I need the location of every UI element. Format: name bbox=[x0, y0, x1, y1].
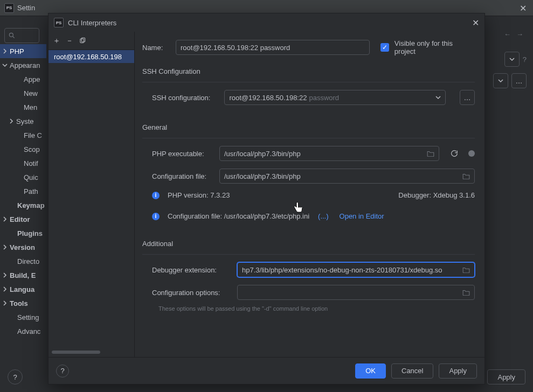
scrollbar-thumb[interactable] bbox=[52, 351, 100, 354]
dialog-footer: ? OK Cancel Apply bbox=[49, 357, 484, 384]
info-icon: i bbox=[152, 192, 160, 199]
chevron-right-icon bbox=[9, 118, 14, 124]
ssh-config-hint: password bbox=[309, 94, 339, 102]
chevron-right-icon bbox=[2, 48, 8, 54]
settings-tree-item[interactable]: Plugins bbox=[0, 226, 46, 240]
section-divider bbox=[142, 138, 475, 138]
remove-icon[interactable]: － bbox=[66, 36, 73, 46]
conf-file-value: /usr/local/php7.3/bin/php bbox=[224, 172, 301, 180]
settings-tree-item[interactable]: New bbox=[0, 86, 46, 100]
php-exec-label: PHP executable: bbox=[152, 150, 214, 158]
conf-opts-label: Configuration options: bbox=[152, 289, 232, 297]
chevron-right-icon bbox=[2, 286, 8, 292]
bg-help-button[interactable]: ? bbox=[8, 369, 23, 384]
tree-item-label: Appe bbox=[24, 75, 40, 83]
conf-file-info-text: Configuration file: /usr/local/php7.3/et… bbox=[168, 212, 309, 220]
tree-item-label: Langua bbox=[10, 285, 34, 293]
settings-tree-item[interactable]: Syste bbox=[0, 114, 46, 128]
ssh-config-label: SSH configuration: bbox=[152, 94, 210, 102]
apply-button[interactable]: Apply bbox=[439, 363, 477, 379]
folder-icon[interactable] bbox=[462, 267, 470, 273]
visible-project-checkbox[interactable]: ✓ bbox=[380, 43, 389, 52]
settings-tree-item[interactable]: Editor bbox=[0, 212, 46, 226]
combo-chevron-button[interactable] bbox=[493, 73, 508, 88]
tree-item-label: Setting bbox=[17, 313, 39, 321]
settings-tree-item[interactable]: Directo bbox=[0, 254, 46, 268]
browse-button[interactable]: … bbox=[511, 73, 527, 88]
open-in-editor-link[interactable]: Open in Editor bbox=[340, 212, 384, 220]
name-input[interactable]: root@192.168.50.198:22 password bbox=[176, 40, 370, 55]
conf-opts-input[interactable] bbox=[237, 285, 475, 300]
folder-icon[interactable] bbox=[427, 150, 434, 157]
settings-tree[interactable]: PHPAppearanAppeNewMenSysteFile CScopNoti… bbox=[0, 44, 46, 338]
interpreter-list-toolbar: ＋ － bbox=[49, 32, 134, 50]
folder-icon[interactable] bbox=[462, 289, 470, 296]
settings-tree-item[interactable]: Men bbox=[0, 100, 46, 114]
settings-tree-item[interactable]: Advanc bbox=[0, 324, 46, 338]
copy-icon[interactable] bbox=[79, 37, 86, 45]
ellipsis-link[interactable]: (...) bbox=[318, 212, 329, 220]
php-exec-input[interactable]: /usr/local/php7.3/bin/php bbox=[219, 146, 439, 161]
bg-apply-button[interactable]: Apply bbox=[487, 369, 525, 384]
ssh-config-browse-button[interactable]: … bbox=[460, 90, 475, 105]
nav-forward-icon[interactable]: → bbox=[516, 30, 523, 38]
settings-tree-item[interactable]: Notif bbox=[0, 156, 46, 170]
settings-tree-item[interactable]: Quic bbox=[0, 170, 46, 184]
nav-back-icon[interactable]: ← bbox=[504, 30, 511, 38]
tree-item-label: New bbox=[24, 89, 38, 97]
help-button[interactable]: ? bbox=[56, 365, 69, 377]
horizontal-scrollbar[interactable] bbox=[52, 351, 119, 354]
folder-icon[interactable] bbox=[462, 173, 470, 179]
bg-search-input[interactable] bbox=[4, 28, 39, 43]
cancel-button[interactable]: Cancel bbox=[391, 363, 433, 379]
tree-item-label: Advanc bbox=[17, 327, 40, 335]
settings-tree-item[interactable]: Langua bbox=[0, 282, 46, 296]
tree-item-label: Notif bbox=[24, 159, 38, 167]
conf-file-input[interactable]: /usr/local/php7.3/bin/php bbox=[219, 169, 475, 184]
general-section-title: General bbox=[142, 123, 475, 131]
ok-button[interactable]: OK bbox=[355, 363, 386, 379]
php-exec-value: /usr/local/php7.3/bin/php bbox=[224, 150, 301, 158]
chevron-right-icon bbox=[2, 300, 8, 306]
ssh-section-title: SSH Configuration bbox=[142, 67, 475, 75]
settings-tree-item[interactable]: Scop bbox=[0, 142, 46, 156]
bg-close-icon[interactable]: ✕ bbox=[520, 3, 527, 13]
settings-tree-item[interactable]: Setting bbox=[0, 310, 46, 324]
reload-icon[interactable] bbox=[450, 149, 459, 158]
dbg-ext-input[interactable]: hp7.3/lib/php/extensions/no-debug-non-zt… bbox=[237, 262, 475, 277]
name-value: root@192.168.50.198:22 password bbox=[181, 44, 290, 52]
svg-point-0 bbox=[9, 33, 13, 37]
tree-item-label: Version bbox=[10, 243, 35, 251]
list-item[interactable]: root@192.168.50.198 bbox=[49, 50, 134, 63]
settings-tree-item[interactable]: Build, E bbox=[0, 268, 46, 282]
bg-search-row bbox=[4, 28, 39, 43]
php-version-row: i PHP version: 7.3.23 Debugger: Xdebug 3… bbox=[142, 191, 475, 199]
settings-tree-item[interactable]: Appe bbox=[0, 72, 46, 86]
tree-item-label: Men bbox=[24, 103, 37, 111]
dialog-close-icon[interactable]: ✕ bbox=[472, 18, 479, 28]
chevron-down-icon bbox=[2, 62, 8, 68]
settings-tree-item[interactable]: Appearan bbox=[0, 58, 46, 72]
tree-item-label: Directo bbox=[17, 257, 39, 265]
tree-item-label: Editor bbox=[10, 215, 30, 223]
add-icon[interactable]: ＋ bbox=[53, 36, 60, 46]
phpstorm-logo-icon: PS bbox=[4, 3, 14, 13]
help-icon[interactable]: ? bbox=[523, 55, 527, 64]
settings-tree-item[interactable]: File C bbox=[0, 128, 46, 142]
dialog-titlebar: PS CLI Interpreters ✕ bbox=[49, 13, 484, 32]
dialog-body: ＋ － root@192.168.50.198 Name: bbox=[49, 32, 484, 357]
conf-file-label: Configuration file: bbox=[152, 172, 214, 180]
combo-chevron-button[interactable] bbox=[504, 52, 520, 67]
conf-opts-hint: These options will be passed using the "… bbox=[149, 305, 475, 312]
tree-item-label: Syste bbox=[16, 117, 34, 125]
section-divider bbox=[142, 254, 475, 255]
interpreter-list[interactable]: root@192.168.50.198 bbox=[49, 50, 134, 357]
settings-tree-item[interactable]: Keymap bbox=[0, 198, 46, 212]
tree-item-label: Tools bbox=[10, 299, 28, 307]
info-icon: i bbox=[152, 213, 160, 220]
settings-tree-item[interactable]: Version bbox=[0, 240, 46, 254]
settings-tree-item[interactable]: Tools bbox=[0, 296, 46, 310]
settings-tree-item[interactable]: PHP bbox=[0, 44, 46, 58]
ssh-config-dropdown[interactable]: root@192.168.50.198:22 password bbox=[224, 90, 446, 105]
settings-tree-item[interactable]: Path bbox=[0, 184, 46, 198]
